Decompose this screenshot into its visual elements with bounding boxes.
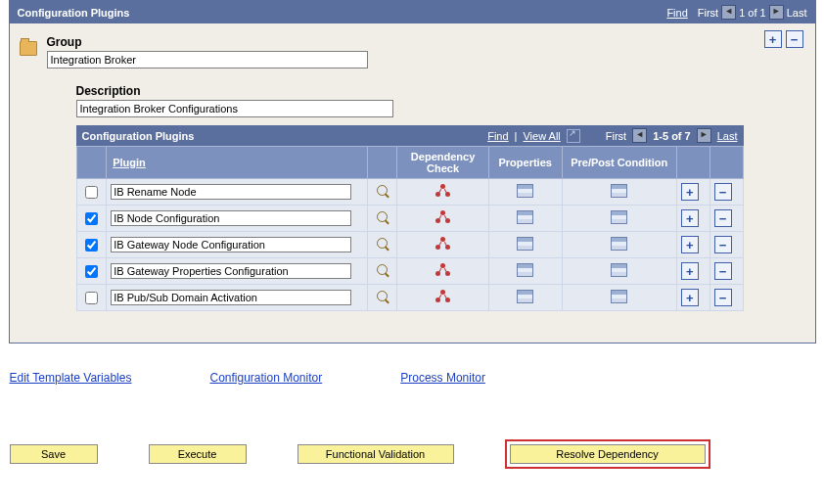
row-add-button[interactable]: + bbox=[681, 183, 699, 201]
group-input[interactable] bbox=[47, 51, 368, 69]
row-add-button[interactable]: + bbox=[681, 236, 699, 253]
grid-viewall-link[interactable]: View All bbox=[523, 130, 560, 142]
panel-title: Configuration Plugins bbox=[18, 7, 130, 19]
description-label: Description bbox=[76, 84, 805, 98]
properties-icon[interactable] bbox=[517, 184, 533, 198]
grid-find-link[interactable]: Find bbox=[487, 130, 508, 142]
outer-position: 1 of 1 bbox=[739, 7, 766, 19]
outer-panel-header: Configuration Plugins Find First ◄ 1 of … bbox=[10, 1, 815, 23]
col-prepost: Pre/Post Condition bbox=[562, 147, 676, 179]
properties-icon[interactable] bbox=[517, 237, 533, 251]
group-label: Group bbox=[47, 35, 805, 49]
dependency-icon[interactable] bbox=[435, 184, 451, 198]
save-button[interactable]: Save bbox=[10, 444, 98, 464]
row-add-button[interactable]: + bbox=[681, 209, 699, 227]
row-checkbox[interactable] bbox=[85, 212, 98, 225]
plugin-name-input[interactable] bbox=[111, 237, 351, 252]
table-row: +− bbox=[76, 179, 743, 206]
table-row: +− bbox=[76, 258, 743, 285]
edit-template-variables-link[interactable]: Edit Template Variables bbox=[10, 371, 132, 385]
prepost-icon[interactable] bbox=[611, 184, 627, 198]
prepost-icon[interactable] bbox=[611, 237, 627, 251]
row-add-button[interactable]: + bbox=[681, 262, 699, 280]
prepost-icon[interactable] bbox=[611, 210, 627, 224]
lookup-icon[interactable] bbox=[377, 291, 390, 304]
grid-prev-button[interactable]: ◄ bbox=[632, 128, 647, 143]
row-checkbox[interactable] bbox=[85, 186, 98, 199]
col-dependency: Dependency Check bbox=[397, 147, 488, 179]
delete-row-button[interactable]: − bbox=[786, 30, 803, 48]
plugin-name-input[interactable] bbox=[111, 210, 351, 226]
plugins-table: Plugin Dependency Check Properties Pre/P… bbox=[76, 146, 744, 311]
row-checkbox[interactable] bbox=[85, 239, 98, 252]
outer-first-label: First bbox=[698, 7, 718, 19]
col-plugin[interactable]: Plugin bbox=[113, 157, 146, 168]
functional-validation-button[interactable]: Functional Validation bbox=[298, 444, 454, 464]
plugin-name-input[interactable] bbox=[111, 184, 351, 200]
row-delete-button[interactable]: − bbox=[714, 289, 732, 306]
plugin-name-input[interactable] bbox=[111, 263, 351, 279]
grid-last-link[interactable]: Last bbox=[717, 130, 738, 142]
configuration-monitor-link[interactable]: Configuration Monitor bbox=[209, 371, 322, 385]
resolve-dependency-button[interactable]: Resolve Dependency bbox=[510, 444, 706, 464]
grid-range: 1-5 of 7 bbox=[653, 130, 691, 142]
table-row: +− bbox=[76, 285, 743, 311]
row-delete-button[interactable]: − bbox=[714, 183, 732, 201]
lookup-icon[interactable] bbox=[377, 238, 390, 252]
prepost-icon[interactable] bbox=[611, 290, 627, 303]
properties-icon[interactable] bbox=[517, 263, 533, 277]
row-delete-button[interactable]: − bbox=[714, 236, 732, 253]
outer-find-link[interactable]: Find bbox=[666, 7, 687, 19]
grid-title: Configuration Plugins bbox=[82, 130, 195, 142]
plugin-name-input[interactable] bbox=[111, 290, 351, 305]
dependency-icon[interactable] bbox=[435, 263, 451, 277]
add-row-button[interactable]: + bbox=[764, 30, 782, 48]
properties-icon[interactable] bbox=[517, 290, 533, 303]
grid-first-label: First bbox=[606, 130, 626, 142]
outer-next-button[interactable]: ► bbox=[769, 5, 784, 20]
table-row: +− bbox=[76, 232, 743, 258]
folder-icon bbox=[20, 41, 37, 56]
properties-icon[interactable] bbox=[517, 210, 533, 224]
process-monitor-link[interactable]: Process Monitor bbox=[400, 371, 485, 385]
lookup-icon[interactable] bbox=[377, 211, 390, 225]
description-input[interactable] bbox=[76, 100, 393, 117]
dependency-icon[interactable] bbox=[435, 290, 451, 303]
lookup-icon[interactable] bbox=[377, 185, 390, 199]
lookup-icon[interactable] bbox=[377, 264, 390, 278]
table-row: +− bbox=[76, 206, 743, 232]
prepost-icon[interactable] bbox=[611, 263, 627, 277]
resolve-highlight: Resolve Dependency bbox=[505, 439, 710, 469]
row-delete-button[interactable]: − bbox=[714, 262, 732, 280]
grid-header: Configuration Plugins Find | View All Fi… bbox=[76, 125, 744, 146]
col-properties: Properties bbox=[488, 147, 562, 179]
row-delete-button[interactable]: − bbox=[714, 209, 732, 227]
grid-next-button[interactable]: ► bbox=[697, 128, 711, 143]
dependency-icon[interactable] bbox=[435, 237, 451, 251]
execute-button[interactable]: Execute bbox=[149, 444, 247, 464]
dependency-icon[interactable] bbox=[435, 210, 451, 224]
row-add-button[interactable]: + bbox=[681, 289, 699, 306]
outer-prev-button[interactable]: ◄ bbox=[721, 5, 736, 20]
row-checkbox[interactable] bbox=[85, 292, 98, 304]
row-checkbox[interactable] bbox=[85, 265, 98, 278]
grid-popout-icon[interactable] bbox=[567, 129, 580, 143]
outer-last-label: Last bbox=[787, 7, 807, 19]
